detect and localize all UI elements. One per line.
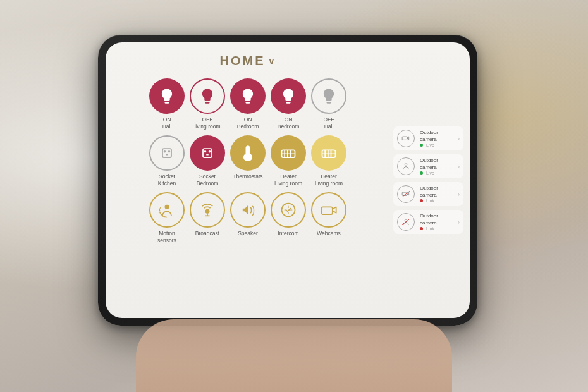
main-content: HOME ∨ ONHall <box>106 42 388 318</box>
light-bedroom2-on[interactable]: ONBedroom <box>271 78 306 130</box>
socket-bedroom-label: SocketBedroom <box>197 173 219 187</box>
light-hall-off-icon <box>311 78 346 114</box>
camera-3-text: Outdoor camera Link <box>420 185 453 203</box>
camera-4-icon <box>397 213 415 231</box>
camera-4-chevron: › <box>458 219 460 226</box>
svg-rect-0 <box>162 149 171 157</box>
camera-4-name: Outdoor camera <box>420 213 453 226</box>
camera-3-icon <box>397 185 415 203</box>
socket-bedroom-icon <box>190 135 225 171</box>
camera-2-name: Outdoor camera <box>420 157 453 171</box>
svg-point-6 <box>209 150 211 153</box>
camera-1-name: Outdoor camera <box>420 130 453 143</box>
motion-sensors-label: Motionsensors <box>157 230 176 244</box>
home-title[interactable]: HOME ∨ <box>220 54 276 68</box>
heater-living-room2-label: HeaterLiving room <box>315 173 343 187</box>
camera-2-dot <box>420 171 423 175</box>
tablet-wrapper: HOME ∨ ONHall <box>98 35 490 345</box>
light-living-off-label: OFFliving room <box>194 116 220 130</box>
webcams-label: Webcams <box>317 230 341 237</box>
camera-2-item[interactable]: Outdoor camera Live › <box>393 154 463 178</box>
camera-3-chevron: › <box>458 191 460 198</box>
light-hall-off-label: OFFHall <box>324 116 334 130</box>
svg-rect-3 <box>166 154 168 155</box>
speaker-icon <box>230 192 266 228</box>
motion-sensors[interactable]: Motionsensors <box>149 192 185 244</box>
intercom[interactable]: Intercom <box>271 192 306 244</box>
camera-3-name: Outdoor camera <box>420 185 453 199</box>
light-bedroom2-on-label: ONBedroom <box>278 116 300 130</box>
hand-bottom <box>136 319 452 392</box>
svg-rect-23 <box>402 137 407 140</box>
svg-rect-4 <box>203 149 212 157</box>
camera-1-item[interactable]: Outdoor camera Live › <box>393 126 463 150</box>
camera-4-dot <box>420 227 423 230</box>
light-hall-on-icon <box>149 78 185 114</box>
light-living-off[interactable]: OFFliving room <box>190 78 225 130</box>
svg-rect-7 <box>206 154 209 155</box>
camera-4-item[interactable]: Outdoor camera Link › <box>393 210 463 234</box>
broadcast-icon <box>190 192 225 228</box>
camera-1-text: Outdoor camera Live <box>420 130 453 147</box>
svg-point-1 <box>164 150 166 153</box>
socket-kitchen-icon <box>149 135 185 171</box>
light-hall-on-label: ONHall <box>162 116 172 130</box>
heater-living-room-icon <box>271 135 306 171</box>
heater-living-room-label: HeaterLiving room <box>274 173 302 187</box>
tablet-device: HOME ∨ ONHall <box>98 35 477 326</box>
svg-point-18 <box>165 205 169 209</box>
thermostats[interactable]: Thermostats <box>230 135 266 187</box>
motion-sensors-icon <box>149 192 185 228</box>
camera-1-chevron: › <box>458 135 460 142</box>
light-hall-on[interactable]: ONHall <box>149 78 185 130</box>
speaker-label: Speaker <box>238 230 258 237</box>
device-row-sockets: SocketKitchen Socke <box>149 135 346 187</box>
webcams[interactable]: Webcams <box>311 192 346 244</box>
svg-point-2 <box>168 150 171 153</box>
device-grid: ONHall OFFliving room <box>118 78 377 244</box>
light-living-off-icon <box>190 78 225 114</box>
speaker[interactable]: Speaker <box>230 192 266 244</box>
camera-2-status: Live <box>420 171 453 175</box>
light-bedroom1-on-label: ONBedroom <box>237 116 259 130</box>
broadcast[interactable]: Broadcast <box>190 192 225 244</box>
light-bedroom1-on-icon <box>230 78 266 114</box>
camera-2-icon <box>397 157 415 175</box>
camera-2-text: Outdoor camera Live <box>420 157 453 175</box>
light-bedroom1-on[interactable]: ONBedroom <box>230 78 266 130</box>
camera-1-icon <box>397 130 415 147</box>
intercom-icon <box>271 192 306 228</box>
camera-3-status: Link <box>420 199 453 203</box>
device-row-lights: ONHall OFFliving room <box>149 78 346 130</box>
camera-3-dot <box>420 199 423 202</box>
broadcast-label: Broadcast <box>195 230 219 237</box>
camera-1-status: Live <box>420 143 453 147</box>
tablet-screen: HOME ∨ ONHall <box>106 42 470 318</box>
socket-kitchen[interactable]: SocketKitchen <box>149 135 185 187</box>
svg-point-24 <box>405 164 407 166</box>
svg-rect-22 <box>321 207 332 215</box>
heater-living-room2[interactable]: HeaterLiving room <box>311 135 346 187</box>
thermostats-icon <box>230 135 266 171</box>
socket-kitchen-label: SocketKitchen <box>158 173 176 187</box>
light-bedroom2-on-icon <box>271 78 306 114</box>
camera-4-status: Link <box>420 226 453 231</box>
home-title-text: HOME <box>220 54 266 68</box>
camera-3-item[interactable]: Outdoor camera Link › <box>393 182 463 206</box>
socket-bedroom[interactable]: SocketBedroom <box>190 135 225 187</box>
heater-living-room2-icon <box>311 135 346 171</box>
svg-point-5 <box>204 150 207 153</box>
camera-4-text: Outdoor camera Link <box>420 213 453 231</box>
light-hall-off[interactable]: OFFHall <box>311 78 346 130</box>
camera-sidebar: Outdoor camera Live › <box>388 42 470 318</box>
camera-2-chevron: › <box>458 163 460 170</box>
camera-1-dot <box>420 144 423 147</box>
heater-living-room[interactable]: HeaterLiving room <box>271 135 306 187</box>
device-row-sensors: Motionsensors <box>149 192 346 244</box>
home-title-chevron[interactable]: ∨ <box>268 56 276 66</box>
intercom-label: Intercom <box>278 230 298 237</box>
webcams-icon <box>311 192 346 228</box>
thermostats-label: Thermostats <box>233 173 262 180</box>
